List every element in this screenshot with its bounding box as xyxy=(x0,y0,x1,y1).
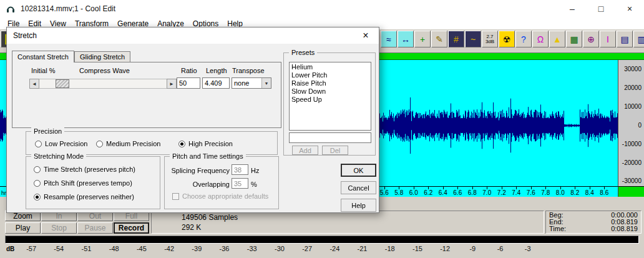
radio-label: Low Precision xyxy=(45,140,87,147)
radio-circle xyxy=(34,166,41,173)
invert-wave-icon[interactable]: ≈ xyxy=(381,31,397,47)
tab-constant-stretch[interactable]: Constant Stretch xyxy=(12,51,74,62)
radio-pitch-shift[interactable]: Pitch Shift (preserves tempo) xyxy=(34,179,132,187)
db-scale-value: -45 xyxy=(128,245,155,252)
db-scale-value: -24 xyxy=(321,245,348,252)
zoom-tool-icon[interactable]: ⊕ xyxy=(583,31,599,47)
minimize-button[interactable]: – xyxy=(558,0,587,17)
stretching-mode-group-label: Stretching Mode xyxy=(31,152,86,161)
ok-button[interactable]: OK xyxy=(341,164,376,177)
preset-item[interactable]: Lower Pitch xyxy=(290,71,371,79)
checkbox-box xyxy=(172,193,179,200)
record-button[interactable]: Record xyxy=(114,222,149,234)
length-label: Length xyxy=(206,67,227,74)
cancel-button[interactable]: Cancel xyxy=(341,181,376,194)
presets-group-label: Presets xyxy=(289,48,317,57)
db-scale-value: -36 xyxy=(210,245,238,252)
maximize-button[interactable]: □ xyxy=(587,0,615,17)
timeline-tick: 8.6 xyxy=(597,187,612,196)
play-button[interactable]: Play xyxy=(5,222,41,234)
radio-high-precision[interactable]: High Precision xyxy=(178,140,233,147)
radio-circle xyxy=(96,141,103,147)
ratio-input[interactable] xyxy=(177,77,200,89)
title-bar: 10281314.mmv;1 - Cool Edit – □ × xyxy=(0,0,644,17)
db-scale-value: -21 xyxy=(348,245,376,252)
radio-label: High Precision xyxy=(188,140,233,147)
wave-draw-icon[interactable]: ~ xyxy=(465,31,481,47)
constant-stretch-panel: Initial % Compress Wave Ratio Length Tra… xyxy=(12,62,281,128)
overlapping-label: Overlapping xyxy=(165,181,230,188)
timeline-tick: 8.2 xyxy=(568,187,583,196)
total-time-row: Time: 0:08.819 xyxy=(546,226,641,232)
pitch-time-group-label: Pitch and Time settings xyxy=(170,152,246,161)
level-meter[interactable] xyxy=(5,236,639,244)
tab-gliding-stretch[interactable]: Gliding Stretch xyxy=(74,51,130,62)
slider-thumb[interactable] xyxy=(56,79,69,88)
db-scale-value: -3 xyxy=(514,245,542,252)
preset-name-input[interactable] xyxy=(289,132,371,143)
presets-listbox[interactable]: HeliumLower PitchRaise PitchSlow DownSpe… xyxy=(289,62,371,131)
slider-track[interactable] xyxy=(39,79,167,89)
radio-low-precision[interactable]: Low Precision xyxy=(35,140,87,147)
noise-reduction-icon[interactable]: ☢ xyxy=(499,31,515,47)
preset-item[interactable]: Helium xyxy=(290,63,371,71)
timeline-tick: 6.4 xyxy=(436,187,451,196)
overlapping-input xyxy=(232,178,248,189)
db-scale: -57-54-51-48-45-42-39-36-33-30-27-24-21-… xyxy=(17,245,542,252)
pitch-time-settings-group: Pitch and Time settings Splicing Frequen… xyxy=(164,156,279,209)
db-scale-value: -33 xyxy=(238,245,266,252)
db-unit-label: dB xyxy=(6,246,14,252)
dialog-close-icon[interactable]: × xyxy=(354,27,378,44)
pencil-icon[interactable]: ✎ xyxy=(431,31,447,47)
radio-circle xyxy=(178,141,185,147)
preset-item[interactable]: Slow Down xyxy=(290,87,371,96)
db-scale-value: -9 xyxy=(459,245,486,252)
db-scale-value: -15 xyxy=(404,245,431,252)
timeline-right-cap xyxy=(618,186,644,197)
dialog-title-bar: Stretch × xyxy=(7,27,379,44)
amplitude-ruler-value: 10000 xyxy=(624,104,642,110)
grid-icon[interactable]: # xyxy=(448,31,464,47)
script-help-icon[interactable]: ? xyxy=(515,31,532,47)
add-preset-button: Add xyxy=(292,146,318,155)
amplitude-ruler[interactable]: 3000020000100000-10000-20000-30000 xyxy=(618,60,644,186)
db-scale-value: -42 xyxy=(155,245,183,252)
db-scale-value: -57 xyxy=(17,245,45,252)
timeline-tick: 8.0 xyxy=(553,187,568,196)
envelope-icon[interactable]: ▲ xyxy=(549,31,565,47)
db-scale-value: -6 xyxy=(486,245,514,252)
radio-label: Medium Precision xyxy=(106,140,160,147)
help-button[interactable]: Help xyxy=(341,199,376,212)
radio-circle xyxy=(34,180,41,187)
length-input[interactable] xyxy=(202,77,230,89)
timeline-tick: 7.0 xyxy=(480,187,495,196)
crosshair-icon[interactable]: + xyxy=(414,31,431,47)
compress-wave-label: Compress Wave xyxy=(79,67,130,74)
transpose-select[interactable]: none ▼ xyxy=(232,77,271,89)
stretch-dialog: Stretch × Constant Stretch Gliding Stret… xyxy=(6,27,379,213)
amplitude-ruler-value: 20000 xyxy=(624,85,642,91)
timeline-tick: 7.4 xyxy=(509,187,524,196)
ibeam-icon[interactable]: I xyxy=(600,31,616,47)
timeline-tick: 7.8 xyxy=(539,187,554,196)
amplify-3db-icon[interactable]: 2.7 3dB xyxy=(482,31,498,47)
reverse-wave-icon[interactable]: ↔ xyxy=(398,31,414,47)
timeline-tick: 8.4 xyxy=(582,187,597,196)
lasso-icon[interactable]: Ω xyxy=(532,31,549,47)
radio-time-stretch[interactable]: Time Stretch (preserves pitch) xyxy=(34,166,135,173)
slider-left-arrow-icon[interactable]: ◄ xyxy=(29,79,39,89)
preset-item[interactable]: Speed Up xyxy=(290,96,371,104)
stop-button: Stop xyxy=(41,222,77,234)
chevron-down-icon[interactable]: ▼ xyxy=(261,78,271,88)
cue-sheet-icon[interactable]: ▤ xyxy=(617,31,633,47)
transpose-value: none xyxy=(232,79,261,87)
preset-item[interactable]: Raise Pitch xyxy=(290,79,371,87)
cool-edit-window: 10281314.mmv;1 - Cool Edit – □ × FileEdi… xyxy=(0,0,644,258)
close-button[interactable]: × xyxy=(615,0,644,17)
slider-right-arrow-icon[interactable]: ► xyxy=(167,79,177,89)
db-scale-value: -51 xyxy=(72,245,100,252)
radio-resample[interactable]: Resample (preserves neither) xyxy=(34,193,134,201)
radio-medium-precision[interactable]: Medium Precision xyxy=(96,140,160,147)
info-list-icon[interactable]: ▥ xyxy=(633,31,644,47)
spectrum-icon[interactable]: ▦ xyxy=(566,31,582,47)
